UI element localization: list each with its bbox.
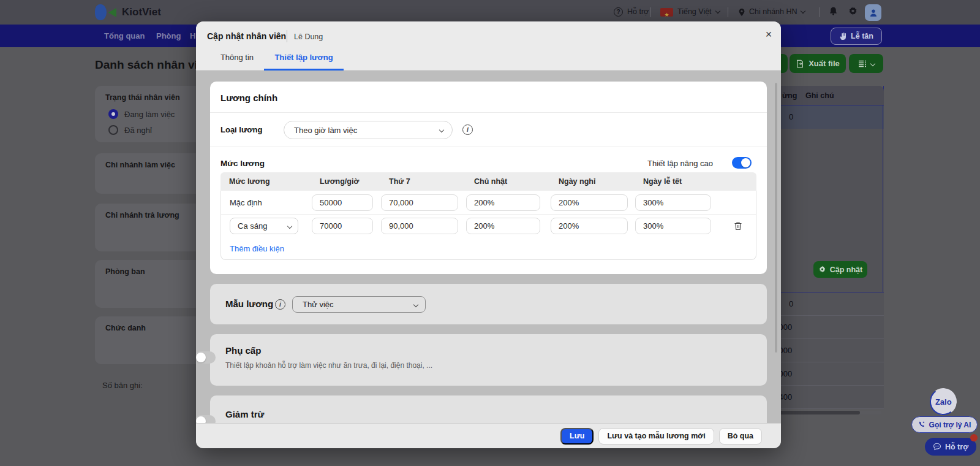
help-link[interactable]: Hỗ trợ: [627, 7, 649, 16]
reception-button[interactable]: Lễ tân: [831, 28, 882, 45]
phone-icon: [918, 421, 926, 429]
rate-input[interactable]: [312, 218, 373, 234]
divider: [728, 7, 728, 17]
col-header: Ngày nghỉ: [550, 177, 635, 186]
holiday-input[interactable]: [635, 218, 711, 234]
export-icon: [796, 59, 804, 68]
close-icon[interactable]: ×: [761, 26, 777, 42]
nav-item-rooms[interactable]: Phòng: [156, 31, 181, 40]
shift-select[interactable]: Ca sáng: [230, 218, 298, 234]
col-header: Thứ 7: [380, 177, 466, 186]
update-button[interactable]: Cập nhật: [813, 261, 867, 278]
modal-scrollbar-thumb[interactable]: [775, 83, 777, 353]
main-salary-card: Lương chính Loại lương Theo giờ làm việc…: [210, 82, 767, 274]
radio-option-inactive[interactable]: Đã nghỉ: [108, 125, 152, 135]
filter-label: Chi nhánh trả lương: [105, 211, 179, 220]
top-bar: KiotViet ? Hỗ trợ Tiếng Việt Chi nhánh H…: [0, 0, 980, 25]
saturday-input[interactable]: [381, 218, 458, 234]
salary-table-header: Mức lương Lương/giờ Thứ 7 Chủ nhật Ngày …: [221, 172, 756, 191]
chevron-down-icon: [413, 302, 418, 307]
records-count-label: Số bản ghi:: [102, 381, 143, 390]
radio-option-active[interactable]: Đang làm việc: [108, 109, 175, 119]
allowance-toggle[interactable]: [196, 351, 216, 364]
col-header: Ngày lễ tết: [635, 177, 720, 186]
update-employee-modal: Cập nhật nhân viên Lê Dung × Thông tin T…: [196, 21, 781, 448]
filter-label: Phòng ban: [105, 267, 145, 276]
user-avatar[interactable]: [865, 4, 881, 21]
template-label: Mẫu lương: [225, 299, 273, 309]
saturday-input[interactable]: [381, 194, 458, 211]
nav-item-overview[interactable]: Tổng quan: [104, 31, 145, 40]
filter-label: Chi nhánh làm việc: [105, 161, 175, 169]
modal-footer: Lưu Lưu và tạo mẫu lương mới Bỏ qua: [196, 423, 781, 448]
filter-label: Chức danh: [105, 324, 146, 332]
kiotviet-logo-icon-green: [108, 8, 116, 17]
dayoff-input[interactable]: [551, 194, 628, 211]
save-button[interactable]: Lưu: [560, 428, 594, 445]
person-icon: [869, 8, 878, 18]
chevron-down-icon: [287, 223, 292, 228]
advanced-setup-toggle[interactable]: [732, 157, 752, 169]
col-header: Lương/giờ: [311, 177, 380, 186]
list-icon: [858, 60, 867, 67]
rate-input[interactable]: [312, 194, 373, 211]
vietnam-flag-icon: [660, 8, 673, 17]
sunday-input[interactable]: [466, 194, 540, 211]
language-selector[interactable]: Tiếng Việt: [677, 7, 720, 16]
cancel-button[interactable]: Bỏ qua: [719, 428, 762, 445]
section-title: Lương chính: [221, 93, 277, 103]
salary-row-shift: Ca sáng: [221, 214, 756, 237]
divider: [650, 7, 651, 17]
kiotviet-logo-icon: [95, 4, 107, 20]
screen: KiotViet ? Hỗ trợ Tiếng Việt Chi nhánh H…: [0, 0, 980, 466]
advanced-setup-label: Thiết lập nâng cao: [647, 159, 713, 168]
holiday-input[interactable]: [635, 194, 711, 211]
column-header-fragment[interactable]: ừng: [782, 91, 797, 100]
tab-salary-setup[interactable]: Thiết lập lương: [264, 50, 344, 71]
notification-dot: [970, 434, 978, 441]
chat-bubble-icon: [933, 443, 941, 451]
info-icon[interactable]: i: [275, 299, 285, 310]
page-title: Danh sách nhân viên: [95, 58, 211, 72]
add-condition-link[interactable]: Thêm điều kiện: [221, 237, 756, 259]
salary-type-label: Loại lương: [221, 125, 263, 134]
salary-template-card: Mẫu lương i Thử việc: [210, 284, 767, 324]
info-icon[interactable]: i: [462, 124, 473, 135]
help-icon: ?: [614, 7, 623, 17]
column-header-note[interactable]: Ghi chú: [805, 91, 834, 100]
branch-selector[interactable]: Chi nhánh HN: [749, 7, 805, 16]
divider: [287, 30, 287, 42]
dayoff-input[interactable]: [551, 218, 628, 234]
column-options-button[interactable]: [849, 54, 883, 73]
chevron-down-icon: [715, 9, 720, 13]
salary-row-default: Mặc định: [221, 191, 756, 214]
hand-icon: [839, 32, 847, 40]
chevron-down-icon: [439, 128, 444, 132]
row-name: Mặc định: [221, 198, 312, 207]
chevron-down-icon: [801, 9, 805, 13]
brand-name: KiotViet: [122, 6, 161, 18]
trash-icon[interactable]: [734, 221, 742, 231]
modal-title: Cập nhật nhân viên: [207, 31, 286, 41]
ai-assistant-call-button[interactable]: Gọi trợ lý AI: [911, 416, 978, 433]
radio-unselected-icon[interactable]: [108, 125, 118, 135]
gear-icon: [818, 265, 826, 273]
tab-info[interactable]: Thông tin: [211, 50, 263, 71]
zalo-widget[interactable]: Zalo: [928, 386, 959, 417]
col-header: Chủ nhật: [466, 177, 550, 186]
settings-gear-icon[interactable]: [848, 6, 858, 17]
export-file-button[interactable]: Xuất file: [790, 54, 846, 73]
allowance-title: Phụ cấp: [225, 345, 261, 356]
template-select[interactable]: Thử việc: [292, 296, 426, 313]
save-and-create-template-button[interactable]: Lưu và tạo mẫu lương mới: [598, 428, 714, 445]
col-header: Mức lương: [221, 177, 311, 186]
radio-selected-icon[interactable]: [108, 109, 118, 119]
support-chat-button[interactable]: Hỗ trợ: [925, 438, 976, 456]
filter-label: Trạng thái nhân viên: [105, 93, 180, 102]
deduction-title: Giảm trừ: [225, 409, 264, 419]
divider: [820, 7, 820, 17]
location-pin-icon: [737, 7, 746, 17]
salary-type-select[interactable]: Theo giờ làm việc: [284, 121, 453, 139]
notifications-bell-icon[interactable]: [828, 6, 839, 17]
sunday-input[interactable]: [466, 218, 540, 234]
